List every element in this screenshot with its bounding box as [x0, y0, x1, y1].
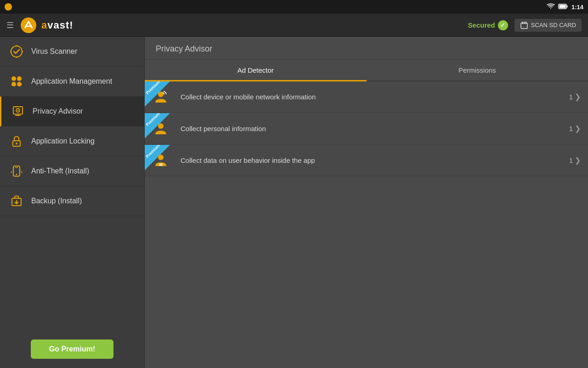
item-text: Collect data on user behavior inside the… [177, 156, 569, 164]
list-area: Premium Collect device or mobile network… [145, 81, 588, 368]
android-icon [5, 3, 12, 11]
svg-point-14 [17, 76, 22, 81]
item-icon [153, 89, 169, 105]
svg-point-33 [158, 155, 164, 160]
sd-card-icon [520, 21, 528, 29]
svg-point-23 [16, 143, 17, 144]
chevron-right-icon: ❯ [575, 156, 581, 165]
main-layout: Virus Scanner Application Management [0, 37, 588, 368]
sidebar-label-application-locking: Application Locking [31, 137, 95, 145]
item-count: 1 [569, 125, 573, 132]
go-premium-button[interactable]: Go Premium! [31, 339, 113, 359]
svg-point-8 [11, 46, 22, 57]
status-bar: 1:14 [0, 0, 588, 14]
list-item[interactable]: Premium Collect data on user behavior in… [145, 145, 588, 176]
svg-line-27 [11, 171, 12, 173]
sidebar-item-application-management[interactable]: Application Management [0, 67, 144, 97]
tab-ad-detector[interactable]: Ad Detector [145, 60, 367, 80]
sidebar-item-application-locking[interactable]: Application Locking [0, 126, 144, 156]
badge-container: Premium [145, 81, 177, 113]
logo-text: avast! [41, 19, 74, 31]
anti-theft-icon [9, 164, 24, 178]
sidebar-label-virus-scanner: Virus Scanner [31, 47, 77, 56]
svg-point-32 [158, 123, 164, 129]
item-icon [153, 121, 169, 137]
secured-badge: Secured ✓ [468, 20, 508, 30]
application-locking-icon [9, 134, 24, 149]
page-header: Privacy Advisor [145, 37, 588, 60]
content-area: Privacy Advisor Ad Detector Permissions … [145, 37, 588, 368]
badge-container: Premium [145, 113, 177, 144]
svg-rect-6 [524, 22, 525, 24]
wifi-icon [547, 3, 555, 11]
svg-rect-7 [526, 22, 526, 24]
item-count: 1 [569, 93, 573, 101]
sidebar-item-virus-scanner[interactable]: Virus Scanner [0, 37, 144, 67]
top-bar-right: Secured ✓ SCAN SD CARD [468, 19, 582, 32]
list-item[interactable]: Premium Collect personal information 1 ❯ [145, 113, 588, 144]
secured-text: Secured [468, 21, 495, 29]
top-bar-left: ☰ avast! [6, 17, 74, 34]
svg-rect-34 [159, 163, 163, 166]
page-title: Privacy Advisor [156, 44, 212, 53]
chevron-right-icon: ❯ [575, 124, 581, 133]
scan-sd-label: SCAN SD CARD [531, 22, 576, 29]
svg-point-15 [11, 82, 16, 86]
secured-check-icon: ✓ [498, 20, 508, 30]
chevron-right-icon: ❯ [575, 92, 581, 101]
status-bar-left [5, 3, 12, 11]
item-icon [153, 152, 169, 169]
list-item[interactable]: Premium Collect device or mobile network… [145, 81, 588, 113]
battery-icon [559, 4, 568, 11]
svg-line-28 [21, 171, 22, 173]
time-display: 1:14 [571, 4, 583, 11]
top-bar: ☰ avast! Secured ✓ SCAN SD CARD [0, 14, 588, 37]
sidebar-label-privacy-advisor: Privacy Advisor [33, 107, 83, 115]
backup-icon [9, 194, 24, 208]
badge-container: Premium [145, 145, 177, 176]
sidebar-item-anti-theft[interactable]: Anti-Theft (Install) [0, 156, 144, 186]
svg-point-19 [17, 110, 19, 111]
menu-icon[interactable]: ☰ [6, 20, 14, 30]
sidebar-label-application-management: Application Management [31, 77, 112, 86]
svg-point-3 [21, 17, 36, 33]
svg-point-13 [11, 76, 16, 81]
tab-permissions[interactable]: Permissions [367, 60, 588, 80]
svg-rect-1 [559, 5, 565, 8]
sidebar-label-anti-theft: Anti-Theft (Install) [31, 167, 89, 175]
svg-point-16 [17, 82, 22, 86]
sidebar-item-backup[interactable]: Backup (Install) [0, 186, 144, 216]
status-bar-right: 1:14 [547, 3, 583, 11]
svg-rect-5 [522, 22, 523, 24]
svg-point-26 [16, 174, 17, 175]
item-count: 1 [569, 156, 573, 164]
virus-scanner-icon [9, 44, 24, 59]
item-text: Collect personal information [177, 125, 569, 132]
application-management-icon [9, 74, 24, 89]
sidebar: Virus Scanner Application Management [0, 37, 145, 368]
avast-logo-icon [20, 17, 37, 34]
scan-sd-card-button[interactable]: SCAN SD CARD [514, 19, 582, 32]
sidebar-label-backup: Backup (Install) [31, 197, 82, 205]
sidebar-item-privacy-advisor[interactable]: Privacy Advisor [0, 97, 144, 126]
svg-rect-2 [566, 5, 567, 7]
item-text: Collect device or mobile network informa… [177, 93, 569, 101]
privacy-advisor-icon [11, 104, 25, 119]
tab-bar: Ad Detector Permissions [145, 60, 588, 81]
